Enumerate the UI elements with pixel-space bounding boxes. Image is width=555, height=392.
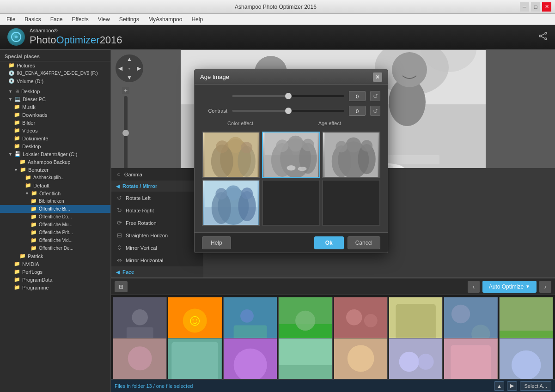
brightness-value: 0 xyxy=(349,91,366,101)
effect-labels: Color effect Age effect xyxy=(202,121,380,130)
dialog-close-button[interactable]: ✕ xyxy=(373,72,382,82)
preview-grid-bottom xyxy=(202,180,380,226)
preview-thumb-image-4 xyxy=(203,181,259,225)
dialog-ok-button[interactable]: Ok xyxy=(314,236,344,249)
svg-point-97 xyxy=(215,188,227,199)
preview-thumb-4[interactable] xyxy=(202,180,260,226)
preview-thumb-6-empty xyxy=(322,180,380,226)
svg-point-72 xyxy=(216,140,228,153)
dialog-body: 0 ↺ Contrast 0 ↺ Color effect Age effect xyxy=(195,84,388,232)
svg-point-74 xyxy=(241,142,252,153)
preview-grid-top xyxy=(202,132,380,178)
svg-point-83 xyxy=(287,165,295,171)
contrast-thumb[interactable] xyxy=(285,108,292,114)
brightness-track[interactable] xyxy=(232,95,344,97)
contrast-reset-button[interactable]: ↺ xyxy=(370,106,380,116)
brightness-thumb[interactable] xyxy=(285,93,292,99)
contrast-slider-row: Contrast 0 ↺ xyxy=(202,106,380,116)
dialog-help-button[interactable]: Help xyxy=(202,236,231,249)
preview-thumb-1[interactable] xyxy=(202,132,260,178)
dialog-title-bar: Age Image ✕ xyxy=(195,70,388,84)
dialog-title: Age Image xyxy=(200,73,229,80)
dialog-overlay: Age Image ✕ 0 ↺ Contrast 0 xyxy=(0,0,555,392)
dialog-cancel-button[interactable]: Cancel xyxy=(348,236,380,249)
svg-point-91 xyxy=(361,140,372,151)
contrast-value: 0 xyxy=(349,106,366,116)
svg-point-80 xyxy=(276,139,288,152)
preview-thumb-3[interactable] xyxy=(322,132,380,178)
dialog-footer-right: Ok Cancel xyxy=(314,236,380,249)
svg-point-89 xyxy=(335,141,347,152)
svg-point-84 xyxy=(298,167,306,171)
age-effect-label: Age effect xyxy=(318,121,341,126)
age-image-dialog: Age Image ✕ 0 ↺ Contrast 0 xyxy=(194,69,388,253)
brightness-slider-row: 0 ↺ xyxy=(202,91,380,101)
contrast-track[interactable] xyxy=(232,110,344,112)
preview-thumb-5-empty xyxy=(262,180,320,226)
contrast-label: Contrast xyxy=(202,108,227,114)
preview-thumb-image-3 xyxy=(323,133,379,177)
preview-thumb-image-1 xyxy=(203,133,259,177)
color-effect-label: Color effect xyxy=(227,121,253,126)
brightness-fill xyxy=(232,95,288,97)
svg-point-82 xyxy=(302,139,314,151)
svg-point-99 xyxy=(241,187,253,199)
contrast-fill xyxy=(232,110,288,112)
dialog-footer: Help Ok Cancel xyxy=(195,232,388,253)
brightness-reset-button[interactable]: ↺ xyxy=(370,91,380,101)
preview-thumb-2[interactable] xyxy=(262,132,320,178)
preview-thumb-image-2 xyxy=(263,133,319,177)
